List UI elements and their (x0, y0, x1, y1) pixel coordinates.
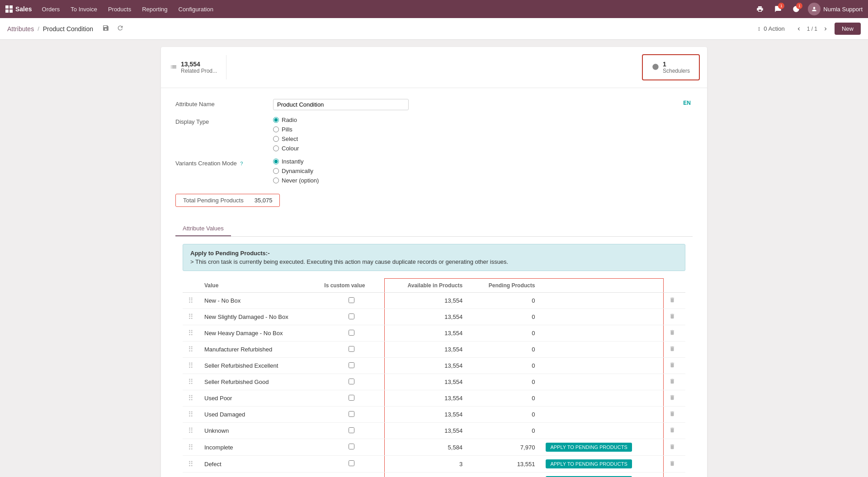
drag-handle-icon[interactable]: ⠿ (188, 427, 193, 435)
delete-cell (663, 374, 685, 390)
list-icon (170, 63, 177, 72)
apply-to-pending-button[interactable]: APPLY TO PENDING PRODUCTS (546, 459, 632, 468)
radio-input-pills[interactable] (273, 126, 279, 132)
custom-checkbox[interactable] (349, 395, 354, 401)
table-row: ⠿ New Slightly Damaged - No Box 13,554 0 (183, 309, 685, 325)
value-cell: Seller Refurbished Excellent (199, 358, 319, 374)
action-dropdown[interactable]: 0 Action (751, 23, 789, 34)
delete-row-button[interactable] (669, 314, 675, 321)
delete-row-button[interactable] (669, 428, 675, 435)
custom-checkbox[interactable] (349, 444, 354, 449)
chat-button[interactable]: 1 (772, 3, 784, 15)
variants-help-icon: ? (240, 161, 243, 166)
value-cell: Seller Refurbished Good (199, 374, 319, 390)
nav-right-group: 1 1 Numla Support (754, 3, 863, 15)
drag-handle-icon[interactable]: ⠿ (188, 362, 193, 369)
variant-option-never[interactable]: Never (option) (273, 177, 681, 184)
radio-option-colour[interactable]: Colour (273, 145, 681, 152)
delete-row-button[interactable] (669, 379, 675, 386)
drag-handle-icon[interactable]: ⠿ (188, 297, 193, 304)
variant-radio-dynamically[interactable] (273, 168, 279, 174)
new-button[interactable]: New (835, 23, 861, 35)
clock-stat-icon (652, 63, 659, 72)
attribute-name-value (273, 99, 681, 110)
table-row: ⠿ Used Damaged 13,554 0 (183, 407, 685, 423)
table-row: ⠿ Scrap 3 13,551 APPLY TO PENDING PRODUC… (183, 472, 685, 477)
variant-radio-instantly[interactable] (273, 159, 279, 164)
radio-input-radio[interactable] (273, 117, 279, 123)
schedulers-num: 1 (663, 61, 690, 68)
drag-handle-cell: ⠿ (183, 309, 199, 325)
tab-attribute-values[interactable]: Attribute Values (175, 221, 231, 236)
drag-handle-icon[interactable]: ⠿ (188, 329, 193, 337)
alert-title: Apply to Pending Products:- (190, 250, 678, 257)
custom-checkbox[interactable] (349, 362, 354, 368)
variant-option-instantly[interactable]: Instantly (273, 158, 681, 165)
delete-row-button[interactable] (669, 330, 675, 337)
delete-row-button[interactable] (669, 395, 675, 402)
nav-reporting[interactable]: Reporting (137, 3, 172, 15)
breadcrumb-parent[interactable]: Attributes (7, 25, 34, 33)
en-button[interactable]: EN (681, 99, 693, 107)
radio-input-colour[interactable] (273, 145, 279, 151)
delete-row-button[interactable] (669, 298, 675, 304)
variant-option-dynamically[interactable]: Dynamically (273, 168, 681, 174)
custom-checkbox[interactable] (349, 460, 354, 466)
custom-checkbox[interactable] (349, 379, 354, 384)
nav-orders[interactable]: Orders (38, 3, 65, 15)
delete-row-button[interactable] (669, 461, 675, 468)
drag-handle-icon[interactable]: ⠿ (188, 346, 193, 353)
next-arrow[interactable] (820, 23, 831, 34)
apply-to-pending-button[interactable]: APPLY TO PENDING PRODUCTS (546, 443, 632, 452)
drag-handle-icon[interactable]: ⠿ (188, 460, 193, 468)
nav-configuration[interactable]: Configuration (174, 3, 218, 15)
print-button[interactable] (754, 3, 766, 15)
drag-handle-icon[interactable]: ⠿ (188, 313, 193, 321)
pending-products-section: Total Pending Products 35,075 (175, 194, 693, 214)
nav-to-invoice[interactable]: To Invoice (66, 3, 102, 15)
custom-checkbox[interactable] (349, 330, 354, 336)
nav-products[interactable]: Products (104, 3, 136, 15)
tabs: Attribute Values (175, 221, 693, 237)
drag-handle-icon[interactable]: ⠿ (188, 444, 193, 451)
delete-cell (663, 358, 685, 374)
display-type-radio-group: Radio Pills Select Colour (273, 117, 681, 152)
drag-handle-icon[interactable]: ⠿ (188, 378, 193, 386)
drag-handle-icon[interactable]: ⠿ (188, 411, 193, 418)
refresh-icon-btn[interactable] (115, 23, 126, 34)
delete-row-button[interactable] (669, 444, 675, 451)
related-products-stat[interactable]: 13,554 Related Prod... (161, 55, 226, 80)
delete-row-button[interactable] (669, 363, 675, 369)
drag-handle-icon[interactable]: ⠿ (188, 394, 193, 402)
save-icon-btn[interactable] (100, 23, 111, 34)
delete-cell (663, 293, 685, 309)
custom-checkbox[interactable] (349, 313, 354, 319)
custom-checkbox[interactable] (349, 297, 354, 303)
stats-left: 13,554 Related Prod... (161, 47, 226, 88)
variant-radio-never[interactable] (273, 178, 279, 183)
value-cell: Used Poor (199, 390, 319, 407)
prev-arrow[interactable] (793, 23, 804, 34)
custom-checkbox[interactable] (349, 427, 354, 433)
custom-value-cell (319, 407, 384, 423)
clock-button[interactable]: 1 (790, 3, 802, 15)
schedulers-stat[interactable]: 1 Schedulers (642, 54, 700, 80)
breadcrumb-current: Product Condition (43, 25, 93, 33)
pending-cell: 0 (468, 341, 540, 358)
delete-row-button[interactable] (669, 412, 675, 418)
custom-checkbox[interactable] (349, 411, 354, 417)
chat-badge: 1 (778, 3, 784, 9)
radio-option-select[interactable]: Select (273, 136, 681, 142)
user-menu[interactable]: Numla Support (808, 3, 863, 15)
delete-row-button[interactable] (669, 346, 675, 353)
apply-cell: APPLY TO PENDING PRODUCTS (540, 439, 663, 456)
custom-checkbox[interactable] (349, 346, 354, 352)
radio-option-radio[interactable]: Radio (273, 117, 681, 123)
display-type-options: Radio Pills Select Colour (273, 117, 681, 152)
app-logo[interactable]: Sales (5, 5, 32, 13)
attribute-name-input[interactable] (273, 99, 409, 110)
available-cell: 13,554 (384, 407, 468, 423)
pending-cell: 0 (468, 390, 540, 407)
radio-input-select[interactable] (273, 136, 279, 142)
radio-option-pills[interactable]: Pills (273, 126, 681, 133)
